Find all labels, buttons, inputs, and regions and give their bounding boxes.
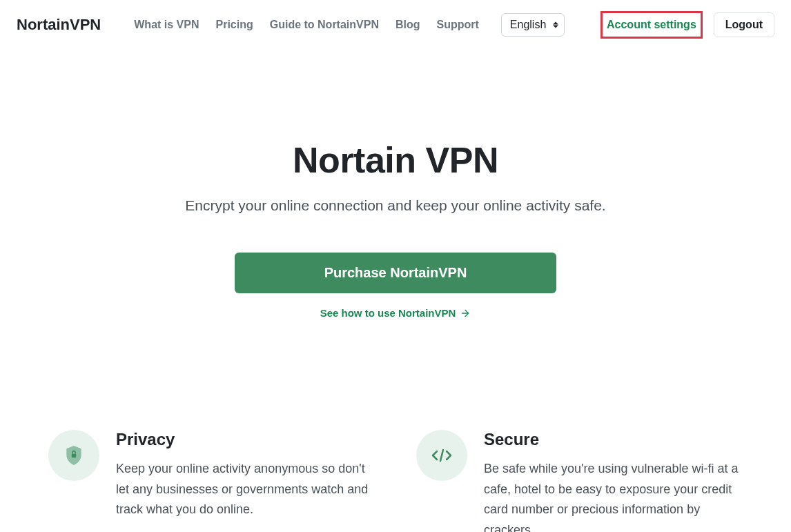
feature-title-secure: Secure	[484, 430, 743, 449]
language-selected-label: English	[510, 19, 546, 31]
howto-link-label: See how to use NortainVPN	[320, 307, 456, 319]
shield-lock-icon	[65, 445, 83, 466]
code-icon	[430, 447, 453, 464]
nav-links: What is VPN Pricing Guide to NortainVPN …	[134, 13, 565, 37]
sort-icon	[553, 22, 558, 28]
svg-rect-1	[72, 454, 76, 457]
feature-title-privacy: Privacy	[116, 430, 375, 449]
nav-link-blog[interactable]: Blog	[396, 19, 420, 31]
feature-privacy: Privacy Keep your online activity anonym…	[48, 430, 375, 532]
feature-icon-wrap	[416, 430, 467, 481]
howto-link[interactable]: See how to use NortainVPN	[320, 307, 471, 319]
nav-link-what-is-vpn[interactable]: What is VPN	[134, 19, 199, 31]
feature-icon-wrap	[48, 430, 99, 481]
navbar: NortainVPN What is VPN Pricing Guide to …	[0, 0, 791, 50]
feature-desc-secure: Be safe while you're using vulnerable wi…	[484, 459, 743, 532]
purchase-button[interactable]: Purchase NortainVPN	[235, 253, 556, 293]
brand-logo[interactable]: NortainVPN	[17, 16, 101, 34]
hero-subtitle: Encrypt your online connection and keep …	[14, 197, 777, 214]
language-selector[interactable]: English	[501, 13, 565, 37]
hero-section: Nortain VPN Encrypt your online connecti…	[0, 50, 791, 347]
nav-link-pricing[interactable]: Pricing	[215, 19, 253, 31]
logout-button[interactable]: Logout	[714, 12, 774, 37]
feature-content: Secure Be safe while you're using vulner…	[484, 430, 743, 532]
feature-secure: Secure Be safe while you're using vulner…	[416, 430, 743, 532]
nav-link-guide[interactable]: Guide to NortainVPN	[270, 19, 379, 31]
features-section: Privacy Keep your online activity anonym…	[0, 347, 791, 532]
feature-content: Privacy Keep your online activity anonym…	[116, 430, 375, 532]
account-settings-button[interactable]: Account settings	[600, 11, 703, 39]
svg-line-2	[440, 450, 443, 461]
feature-desc-privacy: Keep your online activity anonymous so d…	[116, 459, 375, 520]
arrow-right-icon	[460, 308, 471, 319]
hero-title: Nortain VPN	[14, 139, 777, 181]
nav-link-support[interactable]: Support	[437, 19, 479, 31]
